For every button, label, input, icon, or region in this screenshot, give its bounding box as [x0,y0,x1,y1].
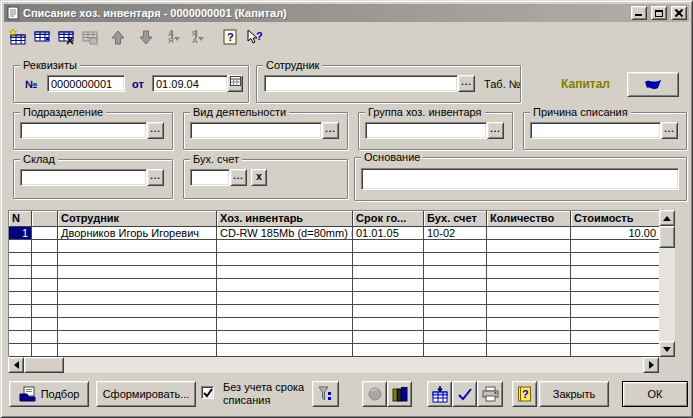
table-cell[interactable] [32,331,58,344]
table-cell[interactable] [217,266,353,279]
table-cell[interactable]: 01.01.05 [353,227,424,240]
new-row-button[interactable] [6,26,30,48]
table-cell[interactable] [487,227,571,240]
minimize-button[interactable] [631,6,647,20]
context-help-button[interactable]: ? [242,26,266,48]
table-cell[interactable] [424,279,487,292]
scroll-left-button[interactable] [8,357,24,373]
table-cell[interactable] [58,318,217,331]
table-cell[interactable] [217,331,353,344]
title-bar[interactable]: Списание хоз. инвентаря - 0000000001 (Ка… [4,4,689,22]
table-cell[interactable] [424,344,487,357]
move-up-button[interactable] [106,26,130,48]
table-cell[interactable] [487,318,571,331]
document-date-input[interactable] [152,75,228,92]
column-header[interactable] [32,211,58,227]
table-cell[interactable] [571,279,660,292]
column-header[interactable]: Бух. счет [424,211,487,227]
close-button[interactable] [671,6,687,20]
table-cell[interactable] [424,292,487,305]
table-cell[interactable] [58,279,217,292]
help-button[interactable]: ? [218,26,242,48]
table-cell[interactable] [353,253,424,266]
post-document-button[interactable] [427,381,452,407]
table-cell[interactable]: CD-RW 185Mb (d=80mm) п [217,227,353,240]
horizontal-scroll-thumb[interactable] [24,357,64,373]
podrazdelenie-input[interactable] [20,122,147,139]
table-cell[interactable] [217,344,353,357]
table-cell[interactable] [571,253,660,266]
table-cell[interactable] [217,240,353,253]
sklad-input[interactable] [20,169,147,186]
vertical-scrollbar[interactable] [659,210,675,357]
table-cell[interactable] [424,318,487,331]
scroll-up-button[interactable] [659,210,675,226]
copy-row-button[interactable] [78,26,102,48]
column-header[interactable]: N [9,211,32,227]
table-cell[interactable] [9,253,32,266]
vid-deyatelnosti-input[interactable] [190,122,322,139]
table-cell[interactable] [58,331,217,344]
table-cell[interactable] [217,318,353,331]
vid-deyatelnosti-lookup-button[interactable]: ... [322,122,339,139]
table-cell[interactable] [217,305,353,318]
kapital-flag-button[interactable] [627,72,679,97]
table-cell[interactable] [32,292,58,305]
posting-off-button[interactable] [362,381,387,407]
table-cell[interactable] [487,253,571,266]
buh-schet-clear-button[interactable]: x [251,169,267,186]
table-cell[interactable] [58,240,217,253]
table-cell[interactable] [424,305,487,318]
table-cell[interactable] [217,279,353,292]
table-cell[interactable] [58,253,217,266]
prichina-input[interactable] [530,122,661,139]
table-cell[interactable] [487,240,571,253]
table-cell[interactable] [487,292,571,305]
table-cell[interactable] [9,240,32,253]
table-cell[interactable] [353,331,424,344]
table-cell[interactable] [571,318,660,331]
buh-schet-input[interactable] [190,169,230,186]
table-cell[interactable] [58,305,217,318]
table-cell[interactable] [571,292,660,305]
column-header[interactable]: Срок го... [353,211,424,227]
sotrudnik-lookup-button[interactable]: ... [458,75,475,92]
gruppa-lookup-button[interactable]: ... [487,122,504,139]
print-button[interactable] [477,381,503,407]
document-number-input[interactable] [47,75,125,92]
zakryt-button[interactable]: Закрыть [539,381,609,407]
column-header[interactable]: Количество [487,211,571,227]
ok-button[interactable]: ОК [622,381,688,407]
table-cell[interactable] [32,240,58,253]
table-cell[interactable] [424,240,487,253]
table-cell[interactable] [32,305,58,318]
table-cell[interactable] [487,279,571,292]
vertical-scroll-thumb[interactable] [659,226,675,248]
table-cell[interactable] [353,266,424,279]
table-cell[interactable] [32,266,58,279]
help-book-button[interactable]: ? [512,381,537,407]
table-cell[interactable] [487,266,571,279]
sort-descending-button[interactable]: ЯА [186,26,210,48]
table-cell[interactable] [9,305,32,318]
table-cell[interactable] [571,344,660,357]
sformirovat-button[interactable]: Сформировать... [96,381,196,407]
column-header[interactable]: Хоз. инвентарь [217,211,353,227]
add-row-button[interactable] [30,26,54,48]
sort-ascending-button[interactable]: АЯ [162,26,186,48]
table-cell[interactable] [58,266,217,279]
table-cell[interactable]: 10-02 [424,227,487,240]
podbor-button[interactable]: Подбор [9,381,89,407]
table-cell[interactable] [353,240,424,253]
delete-row-button[interactable] [54,26,78,48]
move-down-button[interactable] [134,26,158,48]
table-cell[interactable] [353,279,424,292]
buh-schet-lookup-button[interactable]: ... [230,169,247,186]
table-cell[interactable] [32,344,58,357]
table-cell[interactable] [424,331,487,344]
movements-button[interactable] [387,381,412,407]
table-cell[interactable]: 10.00 [571,227,660,240]
table-cell[interactable] [32,253,58,266]
table-cell[interactable] [58,292,217,305]
sotrudnik-input[interactable] [264,75,458,92]
